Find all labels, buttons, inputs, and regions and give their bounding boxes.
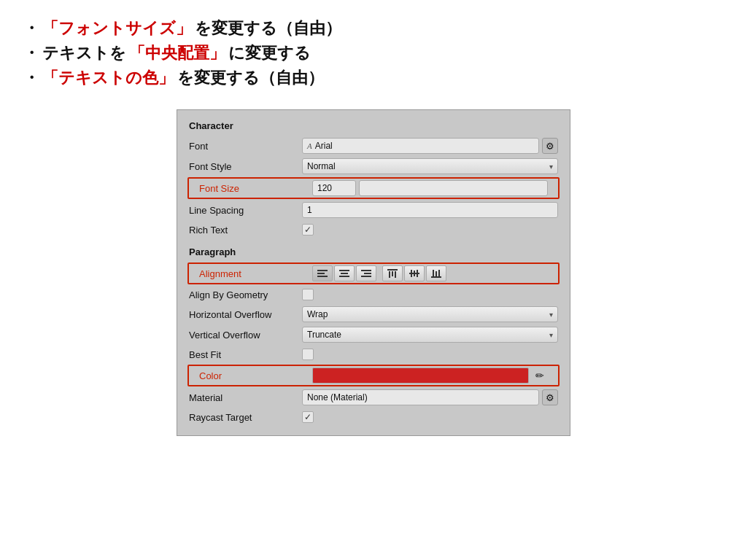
svg-rect-6 — [361, 270, 371, 271]
align-right-button[interactable] — [356, 265, 376, 281]
instruction-list: 「フォントサイズ」 を変更する（自由） テキストを 「中央配置」 に変更する 「… — [23, 18, 724, 89]
svg-rect-14 — [411, 270, 412, 273]
svg-rect-2 — [317, 276, 328, 277]
alignment-row: Alignment — [187, 262, 560, 284]
font-size-label: Font Size — [199, 183, 312, 194]
svg-rect-23 — [438, 270, 440, 276]
font-style-label: Font Style — [189, 161, 302, 172]
svg-rect-17 — [414, 274, 415, 276]
v-overflow-label: Vertical Overflow — [189, 330, 302, 341]
align-middle-button[interactable] — [404, 265, 425, 281]
raycast-target-label: Raycast Target — [189, 412, 302, 423]
h-overflow-arrow-icon: ▾ — [549, 311, 553, 319]
align-by-geometry-row: Align By Geometry — [177, 285, 570, 304]
svg-rect-12 — [395, 271, 396, 278]
color-label: Color — [199, 370, 312, 381]
svg-rect-20 — [431, 276, 441, 278]
h-overflow-select[interactable]: Wrap ▾ — [302, 306, 558, 322]
paragraph-section-header: Paragraph — [177, 244, 570, 262]
color-pencil-button[interactable]: ✏ — [532, 368, 548, 384]
rich-text-row: Rich Text ✓ — [177, 220, 570, 239]
h-overflow-row: Horizontal Overflow Wrap ▾ — [177, 304, 570, 324]
rich-text-checkbox[interactable]: ✓ — [302, 224, 314, 236]
svg-rect-4 — [341, 273, 348, 274]
bullet-1-red: 「フォントサイズ」 — [42, 18, 192, 39]
font-field[interactable]: A Arial — [302, 138, 539, 154]
svg-rect-22 — [436, 271, 437, 276]
svg-rect-1 — [317, 273, 325, 274]
font-size-extra-field[interactable] — [359, 180, 548, 196]
color-swatch[interactable] — [312, 368, 529, 384]
character-section-header: Character — [177, 117, 570, 136]
align-top-button[interactable] — [382, 265, 403, 281]
h-overflow-label: Horizontal Overflow — [189, 309, 302, 320]
svg-rect-13 — [409, 273, 419, 274]
font-row: Font A Arial ⚙ — [177, 136, 570, 156]
svg-rect-15 — [411, 274, 412, 277]
bullet-1-black: を変更する（自由） — [195, 18, 341, 39]
material-gear-button[interactable]: ⚙ — [542, 389, 558, 405]
material-value: None (Material) — [307, 392, 368, 402]
bullet-item-2: テキストを 「中央配置」 に変更する — [23, 42, 724, 64]
svg-rect-10 — [389, 271, 390, 278]
bullet-3-red: 「テキストの色」 — [42, 67, 174, 89]
material-row: Material None (Material) ⚙ — [177, 387, 570, 408]
v-overflow-arrow-icon: ▾ — [549, 331, 553, 339]
svg-rect-0 — [317, 270, 328, 271]
svg-rect-18 — [417, 270, 418, 273]
svg-rect-16 — [414, 271, 415, 273]
bullet-2-black-1: テキストを — [42, 42, 126, 64]
bullet-3-black: を変更する（自由） — [177, 67, 324, 89]
v-overflow-value: Truncate — [307, 330, 341, 340]
alignment-label: Alignment — [199, 268, 312, 279]
font-style-value: Normal — [307, 161, 336, 171]
align-left-button[interactable] — [312, 265, 333, 281]
align-by-geometry-checkbox[interactable] — [302, 289, 314, 300]
best-fit-label: Best Fit — [189, 349, 302, 360]
font-value: Arial — [315, 141, 333, 151]
inspector-panel: Character Font A Arial ⚙ Font Style Norm… — [177, 109, 570, 436]
align-bottom-button[interactable] — [426, 265, 446, 281]
svg-rect-8 — [361, 276, 371, 277]
line-spacing-input[interactable]: 1 — [302, 202, 558, 218]
font-size-row: Font Size 120 — [187, 177, 560, 199]
v-overflow-select[interactable]: Truncate ▾ — [302, 327, 558, 343]
font-style-row: Font Style Normal ▾ — [177, 156, 570, 176]
svg-rect-21 — [433, 270, 434, 276]
font-label: Font — [189, 141, 302, 152]
bullet-2-red: 「中央配置」 — [129, 42, 225, 64]
font-style-arrow-icon: ▾ — [549, 163, 553, 171]
line-spacing-label: Line Spacing — [189, 205, 302, 216]
svg-rect-9 — [387, 269, 398, 271]
font-gear-button[interactable]: ⚙ — [542, 138, 558, 154]
align-by-geometry-label: Align By Geometry — [189, 289, 302, 300]
h-overflow-value: Wrap — [307, 309, 328, 319]
rich-text-label: Rich Text — [189, 225, 302, 236]
v-overflow-row: Vertical Overflow Truncate ▾ — [177, 324, 570, 345]
font-style-select[interactable]: Normal ▾ — [302, 158, 558, 174]
color-row: Color ✏ — [187, 365, 560, 386]
best-fit-row: Best Fit — [177, 345, 570, 364]
svg-rect-5 — [339, 276, 349, 277]
line-spacing-row: Line Spacing 1 — [177, 200, 570, 220]
svg-rect-11 — [392, 271, 393, 276]
raycast-target-row: Raycast Target ✓ — [177, 408, 570, 427]
bullet-2-black-2: に変更する — [228, 42, 311, 64]
font-size-input[interactable]: 120 — [312, 180, 356, 196]
font-type-icon: A — [307, 141, 312, 150]
svg-rect-7 — [364, 273, 371, 274]
best-fit-checkbox[interactable] — [302, 349, 314, 360]
raycast-target-checkbox[interactable]: ✓ — [302, 411, 314, 423]
alignment-buttons — [312, 265, 548, 281]
svg-rect-3 — [339, 270, 349, 271]
align-center-button[interactable] — [334, 265, 355, 281]
bullet-item-1: 「フォントサイズ」 を変更する（自由） — [23, 18, 724, 39]
svg-rect-19 — [417, 274, 418, 277]
material-field[interactable]: None (Material) — [302, 389, 539, 405]
bullet-item-3: 「テキストの色」 を変更する（自由） — [23, 67, 724, 89]
material-label: Material — [189, 392, 302, 403]
